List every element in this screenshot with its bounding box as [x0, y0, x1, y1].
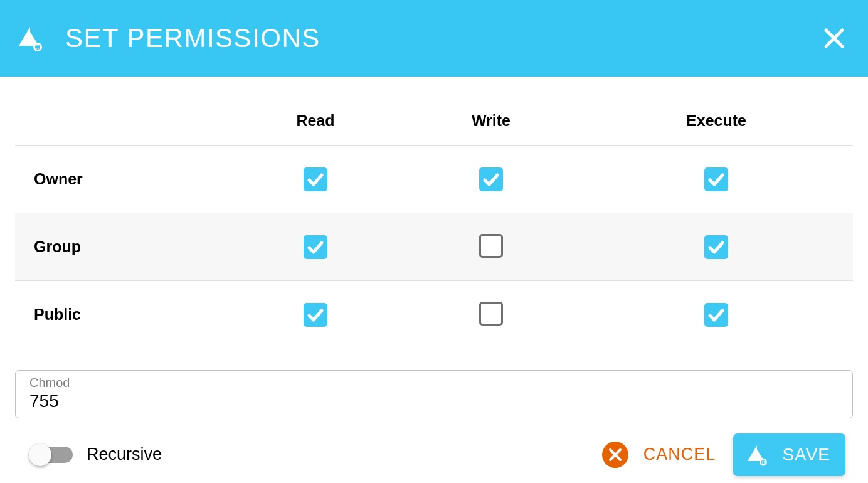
table-row: Public: [15, 281, 853, 349]
save-button[interactable]: SAVE: [733, 433, 845, 476]
cell-public-read: [228, 281, 403, 349]
chmod-field[interactable]: Chmod: [15, 370, 853, 418]
dialog-body: Read Write Execute OwnerGroupPublic Chmo…: [0, 77, 868, 476]
table-row: Owner: [15, 146, 853, 213]
checkbox-owner-write[interactable]: [479, 167, 503, 191]
checkbox-public-read[interactable]: [304, 303, 327, 327]
recursive-label: Recursive: [87, 445, 162, 464]
cell-group-read: [228, 213, 403, 281]
close-button[interactable]: [819, 23, 849, 53]
cell-public-write: [403, 281, 580, 349]
row-label-owner: Owner: [15, 146, 228, 213]
row-label-public: Public: [15, 281, 228, 349]
checkbox-public-execute[interactable]: [704, 303, 728, 327]
column-header-execute: Execute: [580, 103, 853, 146]
permissions-table: Read Write Execute OwnerGroupPublic: [15, 103, 853, 349]
save-icon: [744, 442, 770, 467]
cell-owner-execute: [580, 146, 853, 213]
close-icon: [823, 27, 845, 50]
checkbox-group-execute[interactable]: [704, 235, 728, 259]
column-header-read: Read: [228, 103, 403, 146]
save-label: SAVE: [782, 445, 830, 465]
chmod-label: Chmod: [29, 376, 839, 390]
column-header-write: Write: [403, 103, 580, 146]
cancel-button[interactable]: CANCEL: [602, 442, 716, 468]
checkbox-group-read[interactable]: [304, 235, 327, 259]
cell-group-write: [403, 213, 580, 281]
dialog-header: SET PERMISSIONS: [0, 0, 868, 77]
permissions-tbody: OwnerGroupPublic: [15, 146, 853, 349]
checkbox-owner-execute[interactable]: [704, 167, 728, 191]
checkbox-group-write[interactable]: [479, 234, 503, 258]
cancel-icon: [602, 442, 628, 468]
checkbox-owner-read[interactable]: [304, 167, 327, 191]
cell-owner-read: [228, 146, 403, 213]
cell-group-execute: [580, 213, 853, 281]
row-label-group: Group: [15, 213, 228, 281]
dialog-title: SET PERMISSIONS: [65, 23, 819, 53]
toggle-track: [31, 447, 73, 463]
dialog-footer: Recursive CANCEL SAVE: [15, 418, 853, 476]
cell-public-execute: [580, 281, 853, 349]
table-row: Group: [15, 213, 853, 281]
checkbox-public-write[interactable]: [479, 302, 503, 326]
recursive-toggle[interactable]: Recursive: [31, 445, 162, 464]
cancel-label: CANCEL: [643, 445, 716, 464]
cell-owner-write: [403, 146, 580, 213]
chmod-input[interactable]: [29, 391, 839, 411]
app-logo-icon: [14, 22, 46, 55]
column-header-empty: [15, 103, 228, 146]
toggle-knob: [29, 443, 51, 466]
